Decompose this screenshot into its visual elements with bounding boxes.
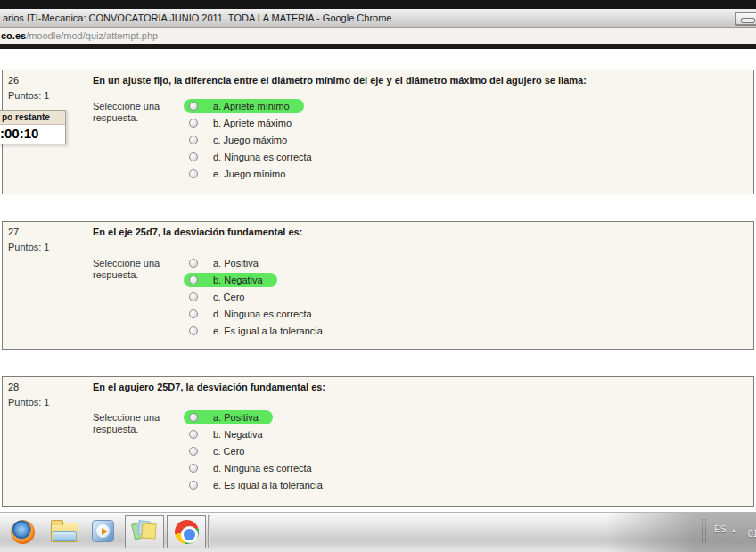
answer-option[interactable]: b. Apriete máximo bbox=[184, 114, 326, 131]
radio-button[interactable] bbox=[189, 152, 198, 161]
option-highlight: b. Negativa bbox=[184, 427, 277, 441]
answer-option[interactable]: e. Es igual a la tolerancia bbox=[184, 476, 337, 493]
language-indicator[interactable]: ES bbox=[714, 524, 726, 534]
question-box-27: 27 Puntos: 1 En el eje 25d7, la desviaci… bbox=[2, 221, 754, 350]
answer-option[interactable]: d. Ninguna es correcta bbox=[184, 148, 326, 165]
radio-button[interactable] bbox=[189, 292, 198, 301]
option-highlight: b. Negativa bbox=[184, 273, 277, 287]
radio-button[interactable] bbox=[189, 464, 198, 473]
browser-address-bar[interactable]: co.es/moodle/mod/quiz/attempt.php bbox=[0, 28, 756, 44]
option-label: c. Cero bbox=[213, 446, 244, 457]
option-label: b. Negativa bbox=[213, 429, 263, 440]
answer-option[interactable]: c. Cero bbox=[184, 442, 337, 459]
show-hidden-icons-arrow[interactable]: ▴ bbox=[732, 526, 735, 534]
answer-option[interactable]: c. Juego máximo bbox=[184, 131, 326, 148]
option-label: e. Es igual a la tolerancia bbox=[213, 480, 323, 490]
answer-options: a. Positiva b. Negativa c. Cero d. Ningu… bbox=[184, 254, 337, 339]
option-highlight: c. Juego máximo bbox=[184, 133, 301, 147]
option-highlight: e. Es igual a la tolerancia bbox=[184, 324, 337, 338]
select-answer-label: Seleccione una respuesta. bbox=[93, 258, 175, 281]
option-label: d. Ninguna es correcta bbox=[213, 152, 312, 162]
answer-option[interactable]: a. Positiva bbox=[184, 408, 337, 425]
radio-button[interactable] bbox=[189, 169, 198, 178]
option-highlight: c. Cero bbox=[184, 444, 259, 458]
option-highlight: e. Juego mínimo bbox=[184, 167, 300, 181]
url-path: /moodle/mod/quiz/attempt.php bbox=[26, 30, 158, 41]
radio-button[interactable] bbox=[189, 309, 198, 318]
option-label: b. Negativa bbox=[213, 275, 263, 285]
question-number: 28 bbox=[8, 382, 19, 392]
select-answer-label: Seleccione una respuesta. bbox=[93, 412, 175, 435]
timer-value: :00:10 bbox=[0, 125, 65, 144]
option-highlight: e. Es igual a la tolerancia bbox=[184, 478, 337, 492]
tray-clock[interactable]: 01 bbox=[748, 529, 756, 539]
radio-button[interactable] bbox=[189, 119, 198, 128]
question-text: En el agujero 25D7, la desviación fundam… bbox=[93, 382, 325, 392]
desktop-screen: arios ITI-Mecanica: CONVOCATORIA JUNIO 2… bbox=[0, 0, 756, 552]
answer-option[interactable]: d. Ninguna es correcta bbox=[184, 459, 337, 476]
question-box-28: 28 Puntos: 1 En el agujero 25D7, la desv… bbox=[2, 376, 754, 507]
url-domain: co.es bbox=[1, 30, 26, 41]
answer-option[interactable]: a. Apriete mínimo bbox=[184, 97, 326, 114]
answer-option[interactable]: c. Cero bbox=[184, 288, 337, 305]
timer-label: po restante bbox=[0, 111, 65, 125]
option-label: c. Cero bbox=[213, 292, 244, 302]
answer-option[interactable]: e. Juego mínimo bbox=[184, 165, 326, 182]
windows-explorer-icon[interactable] bbox=[51, 520, 78, 542]
option-highlight: a. Apriete mínimo bbox=[184, 99, 304, 113]
option-label: c. Juego máximo bbox=[213, 135, 287, 145]
option-highlight: c. Cero bbox=[184, 290, 259, 304]
chrome-icon bbox=[175, 520, 199, 544]
option-label: a. Apriete mínimo bbox=[213, 101, 290, 111]
taskbar: ES ▴ 01 bbox=[0, 512, 756, 552]
media-player-icon[interactable] bbox=[92, 520, 114, 542]
option-label: d. Ninguna es correcta bbox=[213, 463, 312, 474]
radio-button[interactable] bbox=[189, 413, 198, 422]
question-number: 26 bbox=[8, 75, 19, 86]
window-title: arios ITI-Mecanica: CONVOCATORIA JUNIO 2… bbox=[3, 12, 391, 23]
option-highlight: d. Ninguna es correcta bbox=[184, 461, 326, 475]
question-points: Puntos: 1 bbox=[8, 242, 49, 252]
question-text: En un ajuste fijo, la diferencia entre e… bbox=[93, 75, 587, 86]
page-url: co.es/moodle/mod/quiz/attempt.php bbox=[1, 30, 158, 41]
option-highlight: a. Positiva bbox=[184, 256, 273, 270]
select-answer-label: Seleccione una respuesta. bbox=[93, 101, 175, 124]
sticky-notes-icon bbox=[131, 520, 158, 544]
answer-option[interactable]: b. Negativa bbox=[184, 271, 337, 288]
firefox-icon[interactable] bbox=[11, 520, 35, 544]
radio-button[interactable] bbox=[189, 136, 198, 144]
option-label: a. Positiva bbox=[213, 412, 259, 423]
answer-option[interactable]: a. Positiva bbox=[184, 254, 337, 271]
taskbar-button-edge bbox=[208, 515, 210, 548]
radio-button[interactable] bbox=[189, 326, 198, 335]
question-points: Puntos: 1 bbox=[8, 397, 49, 408]
option-highlight: d. Ninguna es correcta bbox=[184, 307, 326, 321]
radio-button[interactable] bbox=[189, 259, 198, 268]
question-number: 27 bbox=[8, 227, 19, 237]
chrome-taskbar-button[interactable] bbox=[167, 515, 206, 548]
answer-option[interactable]: e. Es igual a la tolerancia bbox=[184, 322, 337, 339]
option-label: e. Juego mínimo bbox=[213, 169, 285, 179]
sticky-notes-taskbar-button[interactable] bbox=[125, 515, 164, 548]
option-highlight: a. Positiva bbox=[184, 410, 273, 424]
option-highlight: d. Ninguna es correcta bbox=[184, 150, 326, 164]
window-control-button[interactable] bbox=[735, 12, 756, 26]
radio-button[interactable] bbox=[189, 102, 198, 111]
answer-option[interactable]: b. Negativa bbox=[184, 425, 337, 442]
top-black-strip bbox=[0, 0, 756, 9]
answer-option[interactable]: d. Ninguna es correcta bbox=[184, 305, 337, 322]
option-label: d. Ninguna es correcta bbox=[213, 309, 312, 319]
option-label: e. Es igual a la tolerancia bbox=[213, 325, 323, 336]
radio-button[interactable] bbox=[189, 276, 198, 284]
option-label: b. Apriete máximo bbox=[213, 118, 292, 128]
browser-title-bar[interactable]: arios ITI-Mecanica: CONVOCATORIA JUNIO 2… bbox=[0, 9, 756, 28]
answer-options: a. Positiva b. Negativa c. Cero d. Ningu… bbox=[184, 408, 337, 493]
answer-options: a. Apriete mínimo b. Apriete máximo c. J… bbox=[184, 97, 326, 182]
question-text: En el eje 25d7, la desviación fundamenta… bbox=[93, 227, 302, 237]
question-points: Puntos: 1 bbox=[8, 90, 49, 101]
option-label: a. Positiva bbox=[213, 258, 259, 268]
radio-button[interactable] bbox=[189, 481, 198, 490]
tray-grip-handle[interactable] bbox=[702, 519, 706, 543]
radio-button[interactable] bbox=[189, 447, 198, 456]
radio-button[interactable] bbox=[189, 430, 198, 439]
